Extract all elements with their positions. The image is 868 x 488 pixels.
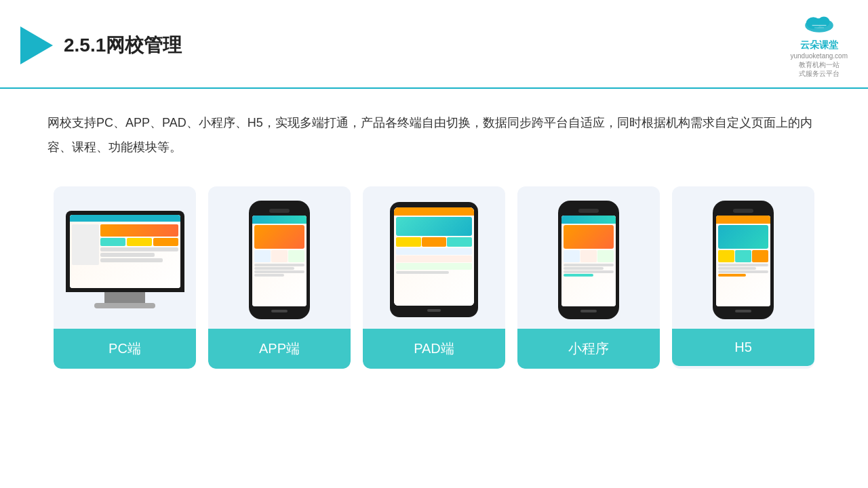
card-pad-image (363, 186, 505, 329)
card-h5-image (672, 186, 814, 329)
card-miniapp: 小程序 (517, 186, 660, 369)
card-pad-label: PAD端 (363, 329, 505, 369)
page-title: 2.5.1网校管理 (64, 33, 182, 58)
brand-name: 云朵课堂 (790, 39, 848, 52)
logo-triangle-icon (20, 26, 53, 64)
card-pc-label: PC端 (54, 329, 196, 369)
header-left: 2.5.1网校管理 (20, 26, 182, 64)
brand-logo: 云朵课堂 yunduoketang.com 教育机构一站 式服务云平台 (790, 12, 848, 78)
brand-domain: yunduoketang.com (790, 52, 848, 60)
card-h5-label: H5 (672, 329, 814, 366)
card-pad: PAD端 (363, 186, 505, 369)
page-header: 2.5.1网校管理 云朵课堂 yunduoketang.com 教育机构一站 式… (0, 0, 868, 89)
app-phone-mockup (249, 201, 310, 319)
card-pc-image (54, 186, 196, 329)
card-app-image (208, 186, 351, 329)
brand-tagline: 教育机构一站 式服务云平台 (790, 60, 848, 78)
card-app-label: APP端 (208, 329, 351, 369)
description-text: 网校支持PC、APP、PAD、小程序、H5，实现多端打通，产品各终端自由切换，数… (0, 89, 868, 173)
card-miniapp-image (517, 186, 660, 329)
card-pc: PC端 (54, 186, 196, 369)
pc-mockup (66, 211, 184, 308)
card-h5: H5 (672, 186, 814, 369)
pad-tablet-mockup (390, 202, 478, 317)
device-cards-container: PC端 (0, 173, 868, 389)
card-miniapp-label: 小程序 (517, 329, 660, 369)
h5-phone-mockup (713, 201, 774, 319)
miniapp-phone-mockup (558, 201, 619, 319)
cloud-logo-icon (802, 12, 837, 34)
card-app: APP端 (208, 186, 351, 369)
